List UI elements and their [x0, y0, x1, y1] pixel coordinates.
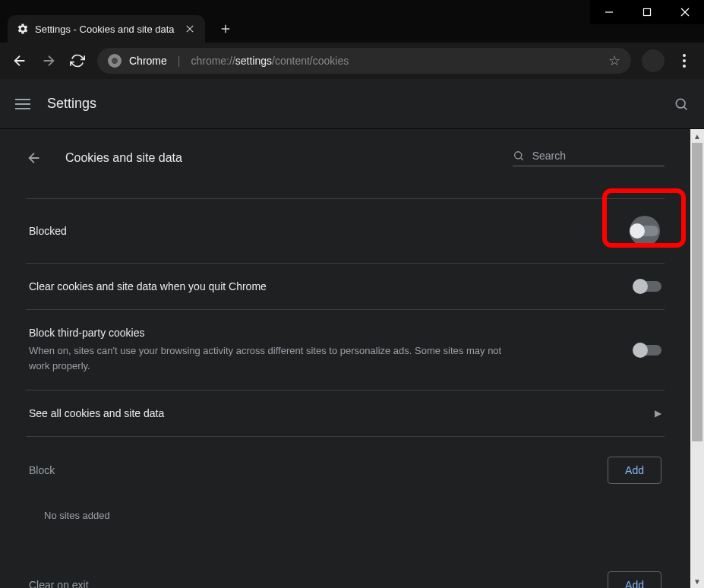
setting-row-clear-on-quit[interactable]: Clear cookies and site data when you qui…	[26, 264, 665, 310]
scrollbar-thumb[interactable]	[692, 143, 702, 441]
svg-point-10	[515, 152, 522, 159]
inline-search[interactable]	[513, 149, 665, 166]
setting-label: Clear cookies and site data when you qui…	[29, 280, 634, 292]
browser-tab[interactable]: Settings - Cookies and site data	[8, 15, 205, 43]
setting-label: Blocked	[29, 225, 630, 237]
svg-rect-1	[644, 9, 651, 16]
menu-hamburger-button[interactable]	[15, 99, 30, 109]
setting-description: When on, sites can't use your browsing a…	[29, 343, 515, 373]
section-label: Clear on exit	[29, 579, 89, 588]
nav-forward-button[interactable]	[39, 52, 58, 70]
setting-row-blocked[interactable]: Blocked	[26, 198, 665, 264]
tab-title: Settings - Cookies and site data	[35, 24, 175, 35]
svg-line-11	[521, 158, 523, 160]
add-clear-on-exit-button[interactable]: Add	[608, 571, 661, 588]
page-title: Cookies and site data	[65, 151, 182, 165]
scrollbar-up-arrow[interactable]: ▲	[690, 129, 704, 143]
settings-title: Settings	[47, 96, 96, 112]
omnibox-brand: Chrome	[129, 55, 167, 67]
setting-row-see-all[interactable]: See all cookies and site data ▶	[26, 390, 665, 437]
setting-label: See all cookies and site data	[29, 407, 655, 419]
nav-back-button[interactable]	[11, 52, 29, 70]
toggle-clear-on-quit[interactable]	[634, 281, 661, 292]
svg-line-9	[684, 106, 687, 109]
search-icon	[513, 149, 525, 163]
toggle-blocked[interactable]	[630, 216, 660, 246]
omnibox[interactable]: Chrome | chrome://settings/content/cooki…	[97, 48, 631, 74]
browser-menu-button[interactable]	[675, 54, 693, 68]
chrome-icon	[108, 54, 122, 68]
search-input[interactable]	[532, 150, 665, 162]
omnibox-url: chrome://settings/content/cookies	[191, 55, 349, 67]
svg-point-8	[676, 99, 685, 108]
address-bar: Chrome | chrome://settings/content/cooki…	[0, 43, 704, 79]
settings-content: Cookies and site data Blocked Clear cook…	[0, 129, 690, 588]
setting-row-block-third-party[interactable]: Block third-party cookies When on, sites…	[26, 310, 665, 390]
section-label: Block	[29, 464, 55, 476]
window-close-button[interactable]	[666, 0, 704, 24]
search-icon[interactable]	[674, 96, 689, 112]
bookmark-star-icon[interactable]: ☆	[608, 52, 620, 69]
nav-reload-button[interactable]	[68, 52, 87, 70]
chevron-right-icon: ▶	[655, 408, 661, 419]
add-block-button[interactable]: Add	[608, 457, 661, 484]
setting-label: Block third-party cookies	[29, 327, 634, 339]
toggle-block-third-party[interactable]	[634, 345, 661, 356]
section-block: Block Add	[26, 437, 665, 499]
profile-avatar[interactable]	[642, 49, 665, 72]
scrollbar-down-arrow[interactable]: ▼	[690, 574, 704, 588]
settings-header: Settings	[0, 79, 704, 129]
section-clear-on-exit: Clear on exit Add	[26, 552, 665, 588]
tab-close-button[interactable]	[184, 23, 196, 35]
new-tab-button[interactable]	[214, 17, 237, 40]
gear-icon	[17, 23, 29, 35]
window-minimize-button[interactable]	[590, 0, 628, 24]
window-maximize-button[interactable]	[628, 0, 666, 24]
back-arrow-button[interactable]	[26, 150, 43, 166]
scrollbar[interactable]: ▲ ▼	[690, 129, 704, 588]
block-empty-message: No sites added	[26, 499, 665, 552]
